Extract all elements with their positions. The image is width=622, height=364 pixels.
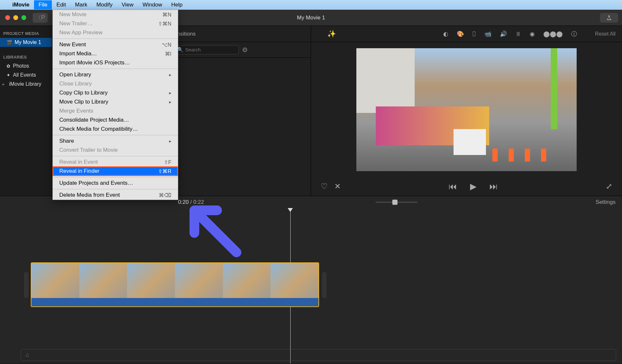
maximize-window-icon[interactable] <box>21 15 26 20</box>
adjustment-bar: ✨ ◐ 🎨 ⌷ 📹 🔊 ⫼ ◉ ⬤⬤⬤ ⓘ Reset All <box>311 26 622 42</box>
play-button[interactable]: ▶ <box>470 182 477 192</box>
audio-track[interactable]: ♫ <box>21 349 616 361</box>
menu-import-media[interactable]: Import Media…⌘I <box>53 49 178 58</box>
clip-handle-left[interactable] <box>24 272 29 298</box>
search-field[interactable] <box>185 47 236 52</box>
sidebar-item-library[interactable]: ▸iMovie Library <box>0 80 52 89</box>
preview-panel: ✨ ◐ 🎨 ⌷ 📹 🔊 ⫼ ◉ ⬤⬤⬤ ⓘ Reset All ♡ ✕ ⏮ <box>311 26 622 196</box>
menu-move-clip[interactable]: Move Clip to Library▸ <box>53 97 178 106</box>
fullscreen-icon[interactable]: ⤢ <box>606 182 612 191</box>
timeline-clip[interactable] <box>31 262 319 307</box>
current-time: 0:20 <box>178 199 189 205</box>
prev-button[interactable]: ⏮ <box>449 182 457 192</box>
sidebar: PROJECT MEDIA 🎬My Movie 1 LIBRARIES ✿Pho… <box>0 26 52 196</box>
info-icon[interactable]: ⓘ <box>571 30 577 38</box>
menu-update-projects[interactable]: Update Projects and Events… <box>53 179 178 188</box>
clapper-icon: 🎬 <box>6 40 12 45</box>
volume-icon[interactable]: 🔊 <box>500 30 507 38</box>
sidebar-item-label: My Movie 1 <box>15 39 41 45</box>
stabilize-icon[interactable]: 📹 <box>484 30 491 38</box>
video-viewer[interactable] <box>311 42 622 177</box>
menu-share[interactable]: Share▸ <box>53 137 178 146</box>
app-name[interactable]: iMovie <box>12 2 29 8</box>
sidebar-section-project: PROJECT MEDIA <box>0 29 52 38</box>
sidebar-item-photos[interactable]: ✿Photos <box>0 61 52 71</box>
zoom-slider[interactable] <box>375 202 418 203</box>
share-button[interactable] <box>600 13 618 23</box>
timeline-settings-button[interactable]: Settings <box>596 199 616 205</box>
playback-controls: ♡ ✕ ⏮ ▶ ⏭ ⤢ <box>311 177 622 196</box>
project-title: My Movie 1 <box>297 15 325 21</box>
menubar: iMovie File Edit Mark Modify View Window… <box>0 0 622 10</box>
color-balance-icon[interactable]: ◐ <box>443 30 448 38</box>
gear-icon[interactable]: ⚙ <box>242 46 248 54</box>
menu-reveal-event[interactable]: Reveal in Event⇧F <box>53 158 178 167</box>
menu-view[interactable]: View <box>117 0 138 9</box>
menu-close-library[interactable]: Close Library <box>53 79 178 88</box>
minimize-window-icon[interactable] <box>13 15 18 20</box>
total-time: 0:22 <box>193 199 204 205</box>
menu-mark[interactable]: Mark <box>71 0 92 9</box>
file-menu-dropdown: New Movie⌘N New Trailer…⇧⌘N New App Prev… <box>52 10 178 200</box>
back-button[interactable]: 〈 P <box>33 13 48 23</box>
sidebar-item-label: All Events <box>13 72 36 78</box>
flower-icon: ✿ <box>6 63 10 69</box>
equalizer-icon[interactable]: ⫼ <box>515 30 521 37</box>
menu-merge-events[interactable]: Merge Events <box>53 106 178 116</box>
menu-consolidate[interactable]: Consolidate Project Media… <box>53 116 178 125</box>
color-correction-icon[interactable]: 🎨 <box>457 30 464 38</box>
star-icon: ✦ <box>6 72 10 78</box>
video-frame <box>356 48 577 171</box>
back-label: P <box>41 14 45 21</box>
next-button[interactable]: ⏭ <box>490 182 498 192</box>
wand-icon[interactable]: ✨ <box>327 30 336 38</box>
timeline[interactable]: ♫ <box>0 208 622 363</box>
menu-edit[interactable]: Edit <box>52 0 70 9</box>
menu-new-movie[interactable]: New Movie⌘N <box>53 10 178 19</box>
menu-convert-trailer[interactable]: Convert Trailer to Movie <box>53 146 178 155</box>
menu-new-event[interactable]: New Event⌥N <box>53 40 178 49</box>
clip-handle-right[interactable] <box>322 272 327 298</box>
search-input[interactable]: 🔍 <box>174 45 239 54</box>
crop-icon[interactable]: ⌷ <box>472 30 476 37</box>
sidebar-item-label: Photos <box>13 63 29 69</box>
window-controls <box>5 15 26 20</box>
menu-new-app-preview[interactable]: New App Preview <box>53 28 178 37</box>
menu-import-ios[interactable]: Import iMovie iOS Projects… <box>53 58 178 67</box>
reset-all-button[interactable]: Reset All <box>595 31 616 37</box>
menu-open-library[interactable]: Open Library▸ <box>53 70 178 79</box>
menu-copy-clip[interactable]: Copy Clip to Library▸ <box>53 88 178 97</box>
menu-modify[interactable]: Modify <box>92 0 117 9</box>
menu-file[interactable]: File <box>34 0 52 9</box>
filter-icon[interactable]: ⬤⬤⬤ <box>543 30 563 38</box>
reject-icon[interactable]: ✕ <box>334 182 341 191</box>
sidebar-section-libraries: LIBRARIES <box>0 53 52 61</box>
chevron-right-icon[interactable]: ▸ <box>3 82 6 86</box>
menu-check-media[interactable]: Check Media for Compatibility… <box>53 125 178 134</box>
menu-window[interactable]: Window <box>138 0 167 9</box>
sidebar-item-label: iMovie Library <box>9 81 41 87</box>
music-icon: ♫ <box>25 352 29 358</box>
playhead-time: 0:20 / 0:22 <box>178 199 204 205</box>
time-separator: / <box>190 199 192 205</box>
close-window-icon[interactable] <box>5 15 10 20</box>
audio-waveform <box>31 298 318 306</box>
speed-icon[interactable]: ◉ <box>530 30 535 38</box>
favorite-icon[interactable]: ♡ <box>321 182 328 191</box>
sidebar-item-project[interactable]: 🎬My Movie 1 <box>0 38 52 47</box>
sidebar-item-all-events[interactable]: ✦All Events <box>0 71 52 80</box>
menu-reveal-finder[interactable]: Reveal in Finder⇧⌘R <box>53 167 178 176</box>
menu-new-trailer[interactable]: New Trailer…⇧⌘N <box>53 19 178 28</box>
share-icon <box>606 15 612 21</box>
menu-help[interactable]: Help <box>167 0 187 9</box>
menu-delete-media[interactable]: Delete Media from Event⌘⌫ <box>53 191 178 200</box>
